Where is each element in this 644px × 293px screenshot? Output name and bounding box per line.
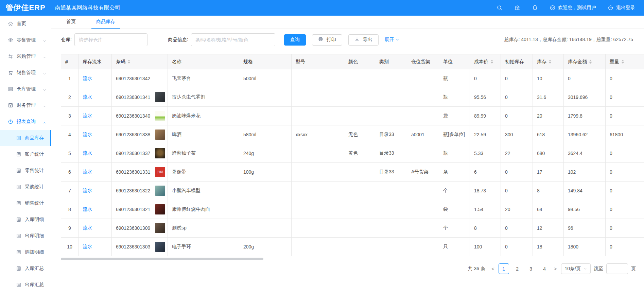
cell-shelf [407, 238, 439, 256]
tab-首页[interactable]: 首页 [62, 16, 81, 29]
cell-spec [239, 219, 292, 238]
chevron-up-icon [43, 120, 46, 123]
pagination-page-1[interactable]: 1 [499, 263, 509, 274]
cell-amount: 98.56 [564, 200, 606, 219]
column-header-重量[interactable]: 重量 [606, 54, 644, 69]
sidebar-item-出库明细[interactable]: 出库明细 [0, 228, 51, 244]
table-row: 1流水6901236301342飞天茅台500ml瓶001000 [61, 69, 644, 88]
cell-unit: 瓶 [439, 88, 470, 107]
jump-page-input[interactable] [606, 263, 628, 274]
product-search-input[interactable] [191, 33, 275, 46]
search-icon[interactable] [497, 5, 503, 11]
sidebar-item-账户统计[interactable]: 账户统计 [0, 146, 51, 162]
pagination-prev-button[interactable]: < [490, 266, 495, 272]
sidebar-item-label: 出库明细 [25, 233, 44, 239]
column-header-inner: 成本价 [474, 59, 497, 65]
column-header-#: # [61, 54, 79, 69]
stock-flow-link[interactable]: 流水 [83, 94, 92, 100]
sidebar-item-仓库管理[interactable]: 仓库管理 [0, 81, 51, 97]
column-header-inner: 类别 [379, 59, 403, 65]
print-button[interactable]: 打印 [312, 34, 342, 46]
table-row: 5流水6901236301337蜂蜜柚子茶240g黄色目录33瓶5.332268… [61, 144, 644, 163]
sidebar-item-采购管理[interactable]: 采购管理 [0, 48, 51, 65]
pagination-total: 共 36 条 [468, 266, 485, 272]
barcode-text: 6901236301321 [116, 207, 150, 212]
sidebar-item-零售管理[interactable]: 零售管理 [0, 32, 51, 48]
sidebar-item-财务管理[interactable]: 财务管理 [0, 97, 51, 114]
cell-shelf [407, 69, 439, 88]
cell-amount: 149.84 [564, 182, 606, 200]
tab-商品库存[interactable]: 商品库存 [91, 16, 120, 29]
bell-icon[interactable] [532, 5, 538, 11]
cell-weight: 0 [606, 200, 644, 219]
column-header-库存金额[interactable]: 库存金额 [564, 54, 606, 69]
sort-carets-icon[interactable] [127, 59, 130, 64]
cart-icon [8, 70, 13, 75]
cell-category [375, 69, 407, 88]
stock-flow-link[interactable]: 流水 [83, 169, 92, 174]
tab-label: 首页 [66, 19, 76, 25]
cell-category [375, 200, 407, 219]
sort-carets-icon[interactable] [490, 59, 493, 64]
column-header-库存[interactable]: 库存 [533, 54, 564, 69]
sidebar-item-报表查询[interactable]: 报表查询 [0, 114, 51, 130]
product-thumbnail [155, 204, 165, 214]
sidebar-item-出库汇总[interactable]: 出库汇总 [0, 277, 51, 293]
barcode-with-thumb: 6901236301331扫码 [116, 167, 163, 177]
stock-flow-link[interactable]: 流水 [83, 206, 92, 212]
bank-icon[interactable] [514, 5, 520, 11]
cell-weight: 61800 [606, 125, 644, 144]
product-thumbnail [155, 223, 165, 233]
cell-category [375, 107, 407, 125]
column-header-成本价[interactable]: 成本价 [470, 54, 501, 69]
stock-flow-link[interactable]: 流水 [83, 244, 92, 249]
cell-amount: 1800 [564, 238, 606, 256]
cell-spec [239, 88, 292, 107]
sort-carets-icon[interactable] [549, 59, 552, 64]
expand-toggle[interactable]: 展开 [385, 37, 399, 43]
sort-carets-icon[interactable] [621, 59, 624, 64]
sidebar-item-零售统计[interactable]: 零售统计 [0, 162, 51, 179]
cell-name: 录像带 [168, 163, 239, 182]
warehouse-select-input[interactable] [74, 33, 147, 46]
pagination-next-button[interactable]: > [553, 266, 558, 272]
cell-unit: 袋 [439, 107, 470, 125]
search-button[interactable]: 查询 [284, 34, 306, 46]
sidebar-item-销售统计[interactable]: 销售统计 [0, 195, 51, 211]
cell-model [292, 69, 344, 88]
cell-weight: 0 [606, 107, 644, 125]
cell-barcode: 6901236301341 [112, 88, 168, 107]
horizontal-scrollbar-thumb[interactable] [61, 258, 263, 260]
page-size-select[interactable]: 10条/页 [561, 263, 591, 274]
pagination-page-3[interactable]: 3 [526, 263, 536, 274]
chevron-down-icon [43, 104, 46, 107]
sidebar-item-调拨明细[interactable]: 调拨明细 [0, 244, 51, 260]
sidebar-item-入库汇总[interactable]: 入库汇总 [0, 260, 51, 277]
column-header-inner: 名称 [172, 59, 235, 65]
column-header-单位: 单位 [439, 54, 470, 69]
stock-flow-link[interactable]: 流水 [83, 188, 92, 193]
stock-flow-link[interactable]: 流水 [83, 132, 92, 137]
stock-flow-link[interactable]: 流水 [83, 113, 92, 118]
stock-flow-link[interactable]: 流水 [83, 225, 92, 230]
pagination-page-2[interactable]: 2 [512, 263, 523, 274]
sidebar-item-入库明细[interactable]: 入库明细 [0, 211, 51, 228]
cell-cost: 89.99 [470, 107, 501, 125]
export-button[interactable]: 导出 [348, 34, 379, 46]
sort-carets-icon[interactable] [589, 59, 592, 64]
cell-model [292, 107, 344, 125]
product-thumbnail [155, 242, 165, 252]
pagination-page-4[interactable]: 4 [539, 263, 550, 274]
stock-flow-link[interactable]: 流水 [83, 75, 92, 81]
logout-button[interactable]: 退出登录 [608, 5, 635, 11]
user-menu[interactable]: 欢迎您，测试用户 [550, 5, 596, 11]
filter-row: 仓库: 商品信息: 查询 打印 导出 展开 [61, 33, 637, 47]
sidebar-item-销售管理[interactable]: 销售管理 [0, 65, 51, 81]
column-header-label: 库存 [537, 59, 546, 65]
sidebar-item-商品库存[interactable]: 商品库存 [0, 130, 51, 146]
sidebar-item-采购统计[interactable]: 采购统计 [0, 179, 51, 195]
column-header-条码[interactable]: 条码 [112, 54, 168, 69]
stock-flow-link[interactable]: 流水 [83, 150, 92, 156]
cell-barcode: 6901236301309 [112, 219, 168, 238]
sidebar-item-首页[interactable]: 首页 [0, 16, 51, 32]
